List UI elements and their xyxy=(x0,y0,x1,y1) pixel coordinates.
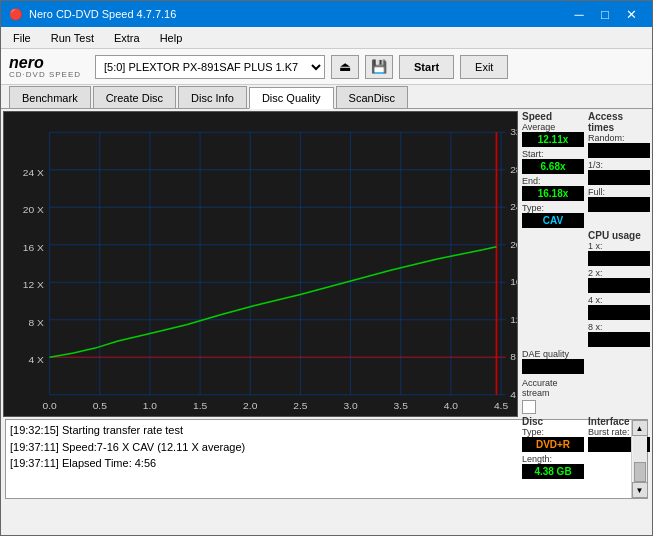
svg-text:2.0: 2.0 xyxy=(243,400,258,410)
svg-text:1.5: 1.5 xyxy=(193,400,207,410)
log-scrollbar[interactable]: ▲ ▼ xyxy=(631,420,647,498)
speed-average-value: 12.11x xyxy=(522,132,584,147)
svg-text:24: 24 xyxy=(510,202,517,212)
maximize-button[interactable]: □ xyxy=(592,1,618,27)
svg-text:4.5: 4.5 xyxy=(494,400,508,410)
svg-text:24 X: 24 X xyxy=(23,167,45,177)
nero-subtitle: CD·DVD SPEED xyxy=(9,71,81,79)
log-area: [19:32:15] Starting transfer rate test [… xyxy=(5,419,648,499)
speed-end-label: End: xyxy=(522,176,584,186)
access-full-label: Full: xyxy=(588,187,650,197)
speed-title: Speed xyxy=(522,111,584,122)
menu-file[interactable]: File xyxy=(5,30,39,46)
svg-text:12 X: 12 X xyxy=(23,280,45,290)
access-full-value xyxy=(588,197,650,212)
svg-text:20 X: 20 X xyxy=(23,205,45,215)
cpu-title: CPU usage xyxy=(588,230,650,241)
scroll-track xyxy=(633,436,647,482)
access-onethird-value xyxy=(588,170,650,185)
svg-text:8: 8 xyxy=(510,352,516,362)
menu-extra[interactable]: Extra xyxy=(106,30,148,46)
cpu-2x-label: 2 x: xyxy=(588,268,650,278)
scroll-down-button[interactable]: ▼ xyxy=(632,482,648,498)
access-random-value xyxy=(588,143,650,158)
menu-help[interactable]: Help xyxy=(152,30,191,46)
accurate-checkbox[interactable] xyxy=(522,400,536,414)
svg-text:20: 20 xyxy=(510,239,517,249)
svg-text:28: 28 xyxy=(510,164,517,174)
cpu-8x-label: 8 x: xyxy=(588,322,650,332)
window-title: Nero CD-DVD Speed 4.7.7.16 xyxy=(29,8,176,20)
svg-text:4 X: 4 X xyxy=(29,355,45,365)
cpu-2x-value xyxy=(588,278,650,293)
drive-selector[interactable]: [5:0] PLEXTOR PX-891SAF PLUS 1.K7 xyxy=(95,55,325,79)
svg-text:4.0: 4.0 xyxy=(444,400,459,410)
eject-button[interactable]: ⏏ xyxy=(331,55,359,79)
title-bar: 🔴 Nero CD-DVD Speed 4.7.7.16 ─ □ ✕ xyxy=(1,1,652,27)
chart-svg: 4 X 8 X 12 X 16 X 20 X 24 X 4 8 12 16 20… xyxy=(4,112,517,416)
save-button[interactable]: 💾 xyxy=(365,55,393,79)
dae-label: DAE quality xyxy=(522,349,584,359)
cpu-8x-value xyxy=(588,332,650,347)
svg-text:32: 32 xyxy=(510,127,517,137)
menu-run-test[interactable]: Run Test xyxy=(43,30,102,46)
toolbar: nero CD·DVD SPEED [5:0] PLEXTOR PX-891SA… xyxy=(1,49,652,85)
svg-text:8 X: 8 X xyxy=(29,317,45,327)
tab-disc-info[interactable]: Disc Info xyxy=(178,86,247,108)
log-content: [19:32:15] Starting transfer rate test [… xyxy=(6,420,631,498)
cpu-4x-value xyxy=(588,305,650,320)
svg-text:0.0: 0.0 xyxy=(42,400,57,410)
scroll-up-button[interactable]: ▲ xyxy=(632,420,648,436)
svg-text:3.5: 3.5 xyxy=(394,400,408,410)
menu-bar: File Run Test Extra Help xyxy=(1,27,652,49)
svg-text:2.5: 2.5 xyxy=(293,400,307,410)
speed-average-label: Average xyxy=(522,122,584,132)
tab-bar: Benchmark Create Disc Disc Info Disc Qua… xyxy=(1,85,652,109)
app-icon: 🔴 xyxy=(9,8,23,21)
dae-value xyxy=(522,359,584,374)
svg-text:16 X: 16 X xyxy=(23,242,45,252)
nero-logo: nero CD·DVD SPEED xyxy=(9,55,81,79)
speed-end-value: 16.18x xyxy=(522,186,584,201)
exit-button[interactable]: Exit xyxy=(460,55,508,79)
log-line-2: [19:37:11] Speed:7-16 X CAV (12.11 X ave… xyxy=(10,439,627,456)
svg-text:4: 4 xyxy=(510,389,516,399)
access-title: Access times xyxy=(588,111,650,133)
accurate-label: Accurate xyxy=(522,378,584,388)
stats-panel: Speed Average 12.11x Start: 6.68x End: 1… xyxy=(522,111,650,417)
tab-scan-disc[interactable]: ScanDisc xyxy=(336,86,408,108)
speed-type-value: CAV xyxy=(522,213,584,228)
access-onethird-label: 1/3: xyxy=(588,160,650,170)
minimize-button[interactable]: ─ xyxy=(566,1,592,27)
tab-benchmark[interactable]: Benchmark xyxy=(9,86,91,108)
scroll-thumb[interactable] xyxy=(634,462,646,482)
accurate-sublabel: stream xyxy=(522,388,584,398)
close-button[interactable]: ✕ xyxy=(618,1,644,27)
speed-start-value: 6.68x xyxy=(522,159,584,174)
speed-type-label: Type: xyxy=(522,203,584,213)
log-line-1: [19:32:15] Starting transfer rate test xyxy=(10,422,627,439)
cpu-1x-value xyxy=(588,251,650,266)
start-button[interactable]: Start xyxy=(399,55,454,79)
nero-brand: nero xyxy=(9,55,81,71)
speed-start-label: Start: xyxy=(522,149,584,159)
access-random-label: Random: xyxy=(588,133,650,143)
svg-text:1.0: 1.0 xyxy=(143,400,158,410)
svg-rect-0 xyxy=(4,112,517,416)
log-line-3: [19:37:11] Elapsed Time: 4:56 xyxy=(10,455,627,472)
svg-text:12: 12 xyxy=(510,314,517,324)
svg-text:0.5: 0.5 xyxy=(93,400,107,410)
cpu-4x-label: 4 x: xyxy=(588,295,650,305)
tab-disc-quality[interactable]: Disc Quality xyxy=(249,87,334,109)
cpu-1x-label: 1 x: xyxy=(588,241,650,251)
tab-create-disc[interactable]: Create Disc xyxy=(93,86,176,108)
svg-text:3.0: 3.0 xyxy=(343,400,358,410)
svg-text:16: 16 xyxy=(510,277,517,287)
